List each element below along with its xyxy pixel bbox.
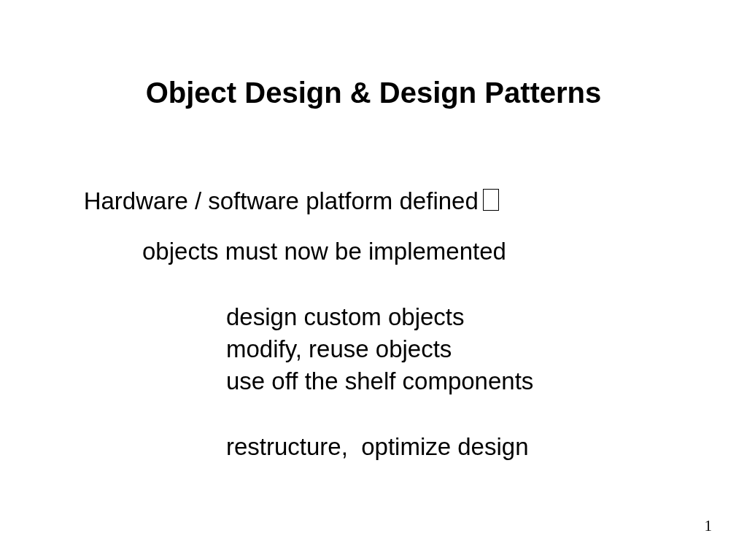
page-number: 1: [705, 517, 713, 535]
body-line-5: use off the shelf components: [226, 368, 533, 395]
body-line-6: restructure, optimize design: [226, 433, 529, 461]
body-line-1: Hardware / software platform defined: [57, 160, 499, 243]
slide: Object Design & Design Patterns Hardware…: [0, 0, 747, 560]
missing-glyph-icon: [483, 189, 499, 211]
body-text-1: Hardware / software platform defined: [84, 187, 479, 214]
body-line-3: design custom objects: [226, 303, 465, 331]
body-line-4: modify, reuse objects: [226, 335, 452, 363]
slide-title: Object Design & Design Patterns: [0, 77, 747, 109]
body-line-2: objects must now be implemented: [142, 238, 506, 265]
